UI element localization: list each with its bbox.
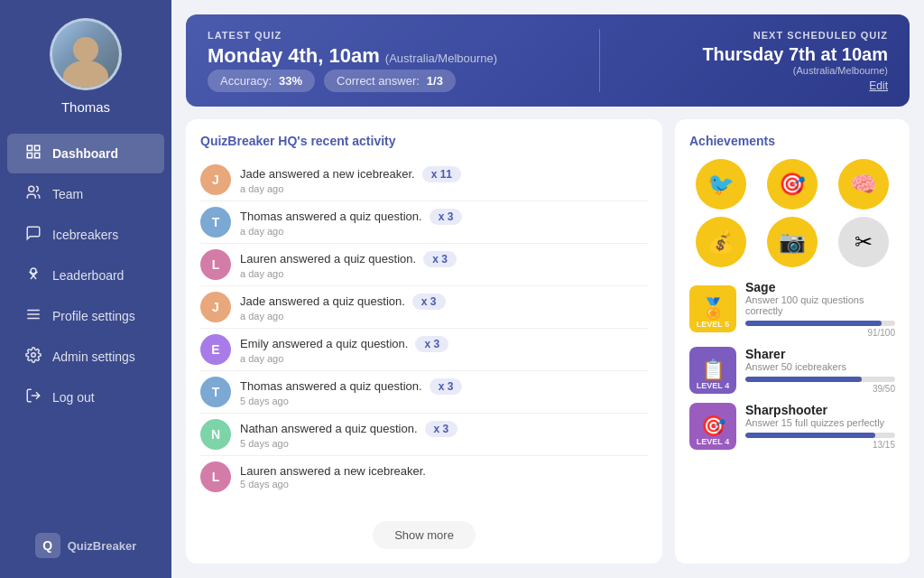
activity-avatar: T — [200, 377, 231, 407]
achievement-card: 📋 LEVEL 4 Sharer Answer 50 icebreakers 3… — [689, 347, 895, 394]
activity-text: Thomas answered a quiz question. x 3 — [240, 378, 648, 395]
quiz-right: NEXT SCHEDULED QUIZ Thursday 7th at 10am… — [702, 30, 888, 92]
sidebar-item-team[interactable]: Team — [7, 174, 164, 214]
show-more-button[interactable]: Show more — [373, 521, 476, 549]
quiz-divider — [599, 29, 600, 92]
quiz-stats: Accuracy: 33% Correct answer: 1/3 — [208, 70, 497, 92]
svg-rect-3 — [35, 154, 40, 158]
sidebar-item-label: Log out — [52, 390, 95, 405]
points-badge: x 3 — [423, 251, 457, 267]
activity-time: a day ago — [240, 226, 648, 237]
achievement-desc: Answer 100 quiz questions correctly — [745, 294, 895, 316]
achievement-title: Sage — [745, 280, 895, 294]
achievement-badge: ✂ — [831, 217, 895, 267]
sidebar-item-admin-settings[interactable]: Admin settings — [7, 337, 164, 377]
achievement-title: Sharer — [745, 347, 895, 361]
points-badge: x 3 — [425, 421, 458, 437]
progress-fill — [745, 321, 882, 326]
activity-item: T Thomas answered a quiz question. x 3 a… — [200, 201, 648, 244]
sidebar-item-label: Dashboard — [52, 146, 118, 161]
activity-item: J Jade answered a quiz question. x 3 a d… — [200, 286, 648, 329]
sidebar-item-label: Team — [52, 187, 83, 201]
avatar — [50, 18, 122, 90]
activity-text: Lauren answered a new icebreaker. — [240, 464, 648, 478]
badge-icon: 🐦 — [696, 159, 746, 210]
sidebar-item-label: Admin settings — [52, 350, 135, 364]
achievement-badge-level: 🎯 LEVEL 4 — [689, 403, 736, 450]
sidebar-logo: Q QuizBreaker — [21, 522, 152, 569]
bottom-section: QuizBreaker HQ's recent activity J Jade … — [186, 119, 910, 564]
dashboard-icon — [25, 144, 42, 163]
activity-time: a day ago — [240, 311, 648, 322]
main-content: LATEST QUIZ Monday 4th, 10am (Australia/… — [171, 0, 924, 578]
activity-avatar: N — [200, 419, 231, 450]
activity-avatar: J — [200, 164, 231, 195]
activity-time: a day ago — [240, 353, 648, 364]
achievement-info: Sharpshooter Answer 15 full quizzes perf… — [745, 403, 895, 450]
svg-point-4 — [29, 186, 34, 191]
team-icon — [25, 184, 42, 204]
activity-content: Nathan answered a quiz question. x 3 5 d… — [240, 421, 648, 449]
activity-text: Jade answered a quiz question. x 3 — [240, 294, 648, 310]
badge-icon: 📷 — [767, 217, 818, 267]
latest-quiz-label: LATEST QUIZ — [208, 30, 497, 41]
achievement-badge: 📷 — [761, 217, 825, 267]
achievement-info: Sharer Answer 50 icebreakers 39/50 — [745, 347, 895, 394]
achievement-badge: 🎯 — [761, 159, 825, 210]
activity-content: Jade answered a new icebreaker. x 11 a d… — [240, 166, 648, 194]
achievement-info: Sage Answer 100 quiz questions correctly… — [745, 280, 895, 338]
sidebar-item-dashboard[interactable]: Dashboard — [7, 134, 164, 173]
achievement-level: LEVEL 4 — [697, 381, 729, 390]
activity-text: Jade answered a new icebreaker. x 11 — [240, 166, 648, 182]
admin-settings-icon — [25, 347, 42, 367]
latest-quiz-date: Monday 4th, 10am (Australia/Melbourne) — [208, 44, 497, 68]
progress-bar — [745, 377, 895, 382]
activity-content: Emily answered a quiz question. x 3 a da… — [240, 336, 648, 364]
activity-time: 5 days ago — [240, 479, 648, 489]
activity-item: L Lauren answered a quiz question. x 3 a… — [200, 244, 648, 286]
activity-list: J Jade answered a new icebreaker. x 11 a… — [200, 159, 648, 512]
activity-item: T Thomas answered a quiz question. x 3 5… — [200, 371, 648, 414]
activity-content: Lauren answered a new icebreaker. 5 days… — [240, 464, 648, 489]
activity-content: Thomas answered a quiz question. x 3 a d… — [240, 209, 648, 237]
achievement-badge-level: 🏅 LEVEL 5 — [689, 285, 736, 332]
achievement-title: Sharpshooter — [745, 403, 895, 417]
activity-title: QuizBreaker HQ's recent activity — [200, 134, 648, 148]
activity-content: Thomas answered a quiz question. x 3 5 d… — [240, 378, 648, 406]
activity-avatar: L — [200, 249, 231, 280]
progress-fill — [745, 433, 875, 438]
edit-link[interactable]: Edit — [702, 79, 888, 92]
svg-rect-2 — [27, 154, 32, 158]
achievement-badge: 🧠 — [831, 159, 895, 210]
badge-icon: 🧠 — [838, 159, 889, 210]
sidebar-item-leaderboard[interactable]: Leaderboard — [7, 256, 164, 295]
activity-time: a day ago — [240, 268, 648, 279]
sidebar-item-log-out[interactable]: Log out — [7, 378, 164, 417]
activity-time: 5 days ago — [240, 438, 648, 449]
activity-avatar: E — [200, 334, 231, 365]
activity-avatar: L — [200, 461, 231, 492]
badge-icon: ✂ — [838, 217, 889, 267]
activity-avatar: J — [200, 292, 231, 322]
points-badge: x 3 — [430, 378, 463, 395]
activity-item: L Lauren answered a new icebreaker. 5 da… — [200, 456, 648, 498]
profile-settings-icon — [25, 306, 42, 326]
sidebar-item-label: Profile settings — [52, 309, 135, 323]
svg-rect-0 — [27, 145, 32, 150]
points-badge: x 3 — [430, 209, 463, 225]
achievement-icon: 🏅 — [701, 297, 725, 321]
progress-fill — [745, 377, 862, 382]
sidebar-item-profile-settings[interactable]: Profile settings — [7, 296, 164, 336]
points-badge: x 11 — [422, 166, 461, 182]
badge-icon: 💰 — [696, 217, 746, 267]
accuracy-value: 33% — [279, 74, 302, 88]
sidebar-username: Thomas — [61, 99, 110, 115]
quiz-banner: LATEST QUIZ Monday 4th, 10am (Australia/… — [186, 14, 910, 107]
sidebar-item-icebreakers[interactable]: Icebreakers — [7, 215, 164, 255]
sidebar: Thomas Dashboard Team Icebreakers Leader… — [0, 0, 171, 578]
points-badge: x 3 — [415, 336, 448, 352]
achievement-list: 🏅 LEVEL 5 Sage Answer 100 quiz questions… — [689, 280, 895, 450]
leaderboard-icon — [25, 266, 42, 285]
accuracy-label: Accuracy: — [220, 74, 272, 88]
progress-text: 13/15 — [745, 440, 895, 450]
